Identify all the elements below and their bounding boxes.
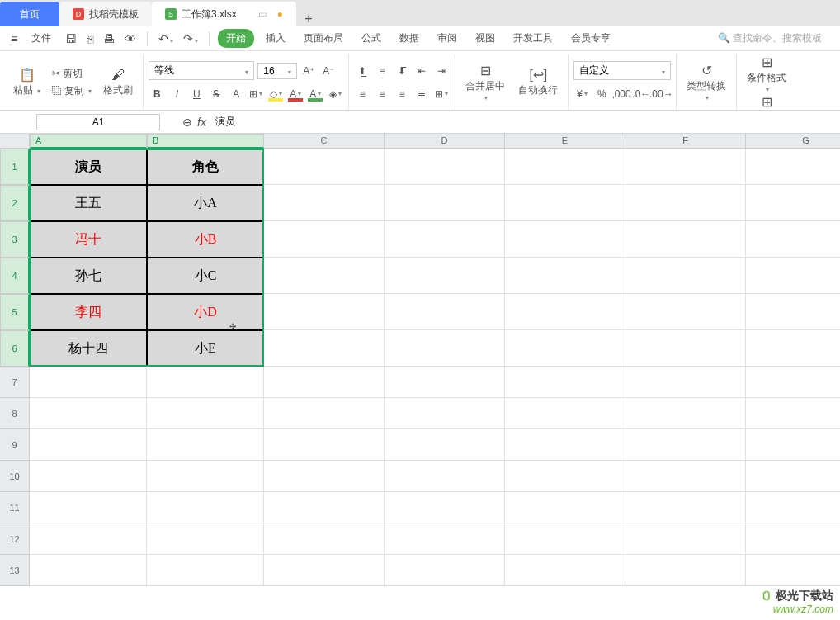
cell-G11[interactable] (746, 492, 840, 523)
spreadsheet-grid[interactable]: ABCDEFG 12345678910111213 演员角色王五小A冯十小B孙七… (0, 134, 840, 604)
underline-button[interactable]: U (188, 86, 205, 102)
cell-F9[interactable] (625, 429, 746, 461)
cell-B2[interactable]: 小A (147, 185, 264, 221)
cell-C8[interactable] (264, 398, 385, 429)
cell-C4[interactable] (264, 258, 385, 294)
zoom-icon[interactable]: ⊖ (180, 116, 195, 129)
increase-font-icon[interactable]: A⁺ (300, 63, 317, 79)
indent-right-icon[interactable]: ⇥ (433, 63, 450, 79)
row-header-5[interactable]: 5 (0, 294, 30, 330)
formula-input[interactable] (209, 115, 840, 130)
text-format-button[interactable]: A (228, 86, 244, 102)
cell-D2[interactable] (385, 185, 505, 221)
align-left-icon[interactable]: ≡ (354, 86, 370, 102)
col-header-D[interactable]: D (385, 134, 505, 149)
row-header-12[interactable]: 12 (0, 523, 30, 555)
cell-E3[interactable] (505, 221, 625, 258)
cell-E12[interactable] (505, 523, 625, 555)
cell-E7[interactable] (505, 367, 625, 398)
fill-color-button[interactable]: ◇ (267, 86, 284, 102)
cell-G8[interactable] (746, 398, 840, 429)
italic-button[interactable]: I (168, 86, 185, 102)
cell-D1[interactable] (385, 149, 505, 185)
tab-member[interactable]: 会员专享 (564, 31, 617, 45)
cell-E2[interactable] (505, 185, 625, 221)
cell-C6[interactable] (264, 330, 385, 367)
cell-B10[interactable] (147, 461, 264, 492)
col-header-B[interactable]: B (147, 134, 264, 149)
cell-F11[interactable] (625, 492, 746, 523)
template-tab[interactable]: D 找稻壳模板 (59, 2, 152, 26)
row-header-9[interactable]: 9 (0, 429, 30, 461)
cell-A5[interactable]: 李四 (30, 294, 147, 330)
cell-A11[interactable] (30, 492, 147, 523)
cell-F3[interactable] (625, 221, 746, 258)
cell-D11[interactable] (385, 492, 505, 523)
fx-icon[interactable]: fx (195, 116, 209, 129)
cell-F12[interactable] (625, 523, 746, 555)
cell-B4[interactable]: 小C (147, 258, 264, 294)
cell-D9[interactable] (385, 429, 505, 461)
cell-A1[interactable]: 演员 (30, 149, 147, 185)
cell-G1[interactable] (746, 149, 840, 185)
cell-C5[interactable] (264, 294, 385, 330)
col-header-C[interactable]: C (264, 134, 385, 149)
cell-A12[interactable] (30, 523, 147, 555)
window-icon[interactable]: ▭ (258, 8, 267, 20)
cell-F4[interactable] (625, 258, 746, 294)
cell-A8[interactable] (30, 398, 147, 429)
cell-D5[interactable] (385, 294, 505, 330)
cell-G2[interactable] (746, 185, 840, 221)
row-header-13[interactable]: 13 (0, 555, 30, 586)
cell-B5[interactable]: 小D (147, 294, 264, 330)
col-header-F[interactable]: F (625, 134, 746, 149)
cell-B3[interactable]: 小B (147, 221, 264, 258)
cell-G3[interactable] (746, 221, 840, 258)
font-color-button[interactable]: A (287, 86, 304, 102)
highlight-button[interactable]: A (307, 86, 323, 102)
clear-format-button[interactable]: ◈ (327, 86, 343, 102)
cell-E8[interactable] (505, 398, 625, 429)
strike-button[interactable]: S̶ (208, 86, 224, 102)
align-right-icon[interactable]: ≡ (394, 86, 410, 102)
increase-decimal-icon[interactable]: .00→ (653, 86, 669, 102)
cell-B11[interactable] (147, 492, 264, 523)
active-doc-tab[interactable]: S 工作簿3.xlsx ▭ ● (152, 2, 296, 26)
cell-A10[interactable] (30, 461, 147, 492)
decrease-decimal-icon[interactable]: .0← (633, 86, 649, 102)
cell-C7[interactable] (264, 367, 385, 398)
format-painter-button[interactable]: 🖌 格式刷 (98, 59, 138, 106)
border-button[interactable]: ⊞ (248, 86, 264, 102)
row-header-6[interactable]: 6 (0, 330, 30, 367)
file-menu[interactable]: 文件 (25, 31, 58, 45)
home-tab[interactable]: 首页 (0, 2, 59, 26)
tab-formula[interactable]: 公式 (355, 31, 388, 45)
percent-icon[interactable]: % (593, 86, 610, 102)
cell-B13[interactable] (147, 555, 264, 586)
row-header-7[interactable]: 7 (0, 367, 30, 398)
cell-D13[interactable] (385, 555, 505, 586)
col-header-G[interactable]: G (746, 134, 840, 149)
cell-E4[interactable] (505, 258, 625, 294)
cell-G12[interactable] (746, 523, 840, 555)
cell-A6[interactable]: 杨十四 (30, 330, 147, 367)
col-header-E[interactable]: E (505, 134, 625, 149)
merge-center-button[interactable]: ⊟ 合并居中 (460, 59, 510, 106)
row-header-1[interactable]: 1 (0, 149, 30, 185)
select-all-corner[interactable] (0, 134, 30, 149)
preview-icon[interactable]: 👁 (122, 32, 139, 45)
cell-C1[interactable] (264, 149, 385, 185)
cell-G4[interactable] (746, 258, 840, 294)
cell-G7[interactable] (746, 367, 840, 398)
paste-button[interactable]: 📋 粘贴 (8, 59, 45, 106)
cell-C10[interactable] (264, 461, 385, 492)
tab-view[interactable]: 视图 (469, 31, 502, 45)
cell-B9[interactable] (147, 429, 264, 461)
cell-D8[interactable] (385, 398, 505, 429)
bold-button[interactable]: B (149, 86, 165, 102)
cell-F8[interactable] (625, 398, 746, 429)
tab-start[interactable]: 开始 (218, 29, 254, 48)
cell-D10[interactable] (385, 461, 505, 492)
cell-D12[interactable] (385, 523, 505, 555)
align-justify-icon[interactable]: ≣ (413, 86, 430, 102)
